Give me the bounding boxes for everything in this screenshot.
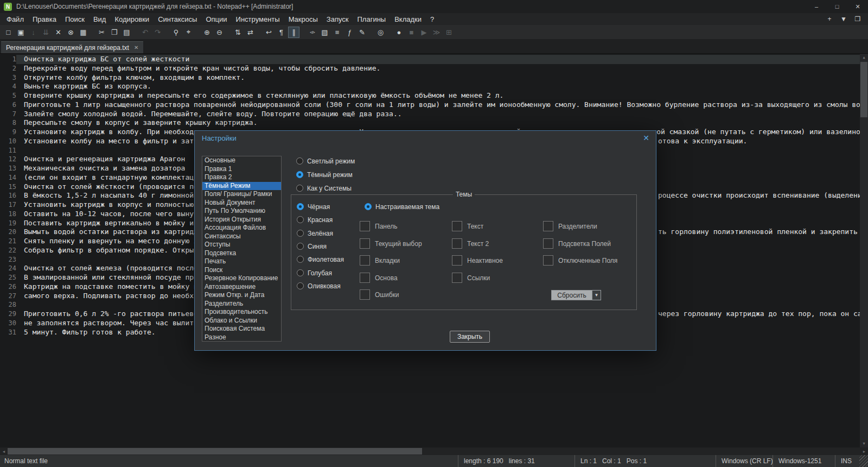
new-tab-button[interactable]: + [822,14,837,24]
paste-icon[interactable]: ▤ [122,27,132,37]
tone-radio[interactable]: Красная [297,216,333,224]
mode-radio[interactable]: Тёмный режим [296,171,353,179]
save-icon[interactable]: ↓ [28,27,39,37]
menu-item[interactable]: Файл [2,14,28,24]
settings-category[interactable]: Подсветка [202,249,281,258]
settings-category[interactable]: Путь По Умолчанию [202,207,281,216]
menu-item[interactable]: Вкладки [390,14,426,24]
color-swatch[interactable] [452,221,462,231]
redo-icon[interactable]: ↷ [152,27,163,37]
copy-icon[interactable]: ❐ [109,27,119,37]
tone-radio[interactable]: Синяя [297,242,327,250]
color-swatch[interactable] [543,255,553,266]
resize-grip[interactable] [859,455,868,467]
show-all-chars-icon[interactable]: ¶ [276,27,286,37]
menu-item[interactable]: Кодировки [110,14,154,24]
color-swatch[interactable] [452,255,462,266]
close-all-icon[interactable]: ⊗ [66,27,76,37]
settings-category[interactable]: Основные [202,156,281,165]
settings-category[interactable]: Разное [202,333,281,342]
word-wrap-icon[interactable]: ↩ [264,27,274,37]
scroll-up-icon[interactable]: ▲ [860,54,868,61]
dialog-close-button[interactable]: Закрыть [450,331,490,343]
document-list-icon[interactable]: ≡ [332,27,342,37]
settings-category[interactable]: Отступы [202,241,281,249]
document-map-icon[interactable]: ▧ [320,27,330,37]
undo-icon[interactable]: ↶ [140,27,150,37]
reset-button[interactable]: Сбросить [551,290,592,300]
settings-category[interactable]: Синтаксисы [202,232,281,241]
indent-guide-icon[interactable]: ∥ [289,27,299,37]
color-swatch[interactable] [360,221,370,231]
tone-radio[interactable]: Фиолетовая [297,255,344,263]
minimize-button[interactable]: – [806,0,827,13]
settings-category[interactable]: Облако и Ссылки [202,317,281,325]
menu-item[interactable]: Инструменты [232,14,284,24]
color-swatch[interactable] [360,238,370,249]
menu-item[interactable]: Вид [89,14,111,24]
settings-category[interactable]: Новый Документ [202,199,281,207]
new-file-icon[interactable]: □ [3,27,14,37]
settings-category[interactable]: Правка 2 [202,173,281,182]
settings-category[interactable]: Поля/ Границы/ Рамки [202,190,281,199]
menu-item[interactable]: Поиск [61,14,89,24]
open-folder-icon[interactable]: ▣ [16,27,26,37]
vertical-scroll-thumb[interactable] [860,62,867,117]
close-file-icon[interactable]: ✕ [53,27,63,37]
windows-button[interactable]: ❐ [851,14,865,24]
menu-item[interactable]: Опции [201,14,231,24]
vertical-scrollbar[interactable]: ▲ ▼ [860,54,868,447]
custom-theme-radio[interactable]: Настраиваемая тема [365,203,439,211]
color-swatch[interactable] [360,289,370,300]
monitoring-eye-icon[interactable]: ◎ [375,27,386,37]
run-macro-multiple-icon[interactable]: ≫ [431,27,442,37]
menu-item[interactable]: ? [426,14,438,24]
tab-active[interactable]: Регенерация картриджей для гейзера.txt ✕ [1,41,143,53]
settings-category[interactable]: Разделитель [202,300,281,308]
tone-radio[interactable]: Оливковая [297,282,341,290]
color-swatch[interactable] [360,273,370,283]
scroll-down-icon[interactable]: ▼ [860,440,868,447]
settings-category[interactable]: Поисковая Система [202,325,281,333]
settings-category[interactable]: Поиск [202,266,281,275]
menu-item[interactable]: Синтаксисы [154,14,201,24]
replace-icon[interactable]: ⌖ [183,27,194,37]
menu-item[interactable]: Запуск [322,14,353,24]
close-button[interactable]: ✕ [847,0,868,13]
color-swatch[interactable] [452,273,462,283]
scroll-right-icon[interactable]: ► [860,447,868,455]
tone-radio[interactable]: Чёрная [297,203,330,211]
edit-popup-icon[interactable]: ✎ [357,27,367,37]
settings-category[interactable]: Ассоциация Файлов [202,224,281,232]
settings-category[interactable]: Режим Откр. и Дата [202,291,281,300]
menu-item[interactable]: Правка [28,14,61,24]
menu-item[interactable]: Плагины [353,14,391,24]
settings-category[interactable]: Правка 1 [202,165,281,174]
color-swatch[interactable] [543,238,553,249]
sync-horizontal-icon[interactable]: ⇄ [245,27,256,37]
function-list-icon[interactable]: ƒ [344,27,355,37]
tab-list-button[interactable]: ▼ [837,14,851,24]
mode-radio[interactable]: Как у Системы [296,184,352,192]
reset-dropdown-icon[interactable]: ▼ [592,290,601,300]
maximize-button[interactable]: □ [827,0,847,13]
settings-category[interactable]: Тёмный Режим [202,182,281,191]
zoom-out-icon[interactable]: ⊖ [214,27,225,37]
color-swatch[interactable] [452,238,462,249]
tone-radio[interactable]: Зелёная [297,229,333,237]
code-view-icon[interactable]: </> [307,27,317,37]
color-swatch[interactable] [543,221,553,231]
play-macro-icon[interactable]: ▶ [419,27,429,37]
sync-vertical-icon[interactable]: ⇅ [233,27,243,37]
save-macro-icon[interactable]: ⊞ [444,27,454,37]
settings-category[interactable]: Производительность [202,308,281,317]
horizontal-scrollbar[interactable]: ◄ ► [0,447,868,455]
menu-item[interactable]: Макросы [284,14,322,24]
settings-category[interactable]: Резервное Копирование [202,274,281,283]
mode-radio[interactable]: Светлый режим [296,157,355,165]
settings-category[interactable]: Печать [202,257,281,266]
settings-category[interactable]: Автозавершение [202,283,281,292]
record-macro-icon[interactable]: ● [394,27,404,37]
tab-close-icon[interactable]: ✕ [134,45,138,51]
zoom-in-icon[interactable]: ⊕ [202,27,212,37]
